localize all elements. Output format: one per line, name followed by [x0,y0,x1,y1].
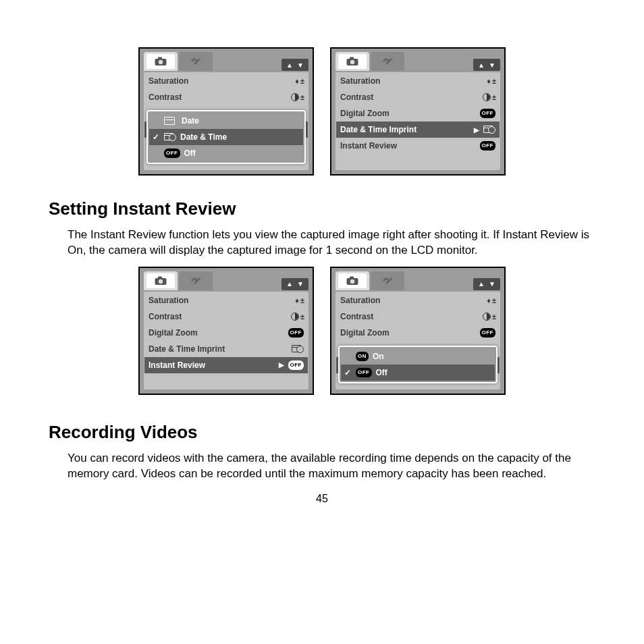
menu-row-date-time-imprint[interactable]: Date & Time Imprint ▶ [336,122,500,138]
menu-row-date-time-imprint[interactable]: Date & Time Imprint [144,341,308,357]
check-icon: ✓ [152,132,160,142]
menu-label: Contrast [340,92,483,102]
svg-rect-10 [350,276,354,279]
value-off-badge: OFF [288,360,304,370]
camera-menu-screen-instant-review-selected: ▲ ▼ Saturation ♦ ± Contrast ± Digital Zo… [138,267,314,395]
paragraph-instant-review: The Instant Review function lets you vie… [68,227,602,259]
popup-label: Date & Time [180,132,227,142]
menu-label: Contrast [340,312,483,321]
value-icon: ± [483,313,495,321]
camera-icon [346,276,358,286]
menu-label: Digital Zoom [340,109,480,118]
value-icon: ♦ ± [487,296,495,304]
down-arrow-icon: ▼ [489,61,495,69]
menu-label: Contrast [149,92,291,102]
top-screens-row: ▲ ▼ Saturation ♦ ± Contrast ± D D [42,47,602,176]
value-icon: ♦ ± [487,77,495,85]
menu-row-saturation[interactable]: Saturation ♦ ± [336,292,500,308]
menu-label: Saturation [340,296,487,305]
tab-strip: ▲ ▼ [144,271,308,290]
svg-rect-4 [350,57,354,60]
check-icon: ✓ [344,368,352,377]
menu-label: Digital Zoom [149,328,288,338]
tab-setup[interactable] [371,52,404,71]
value-icon: ± [291,93,304,101]
up-arrow-icon: ▲ [286,61,293,69]
tab-setup[interactable] [179,52,213,71]
popup-option-off[interactable]: ✓ OFF Off [341,365,495,381]
camera-menu-screen-date-selected: ▲ ▼ Saturation ♦ ± Contrast ± Digital Zo… [330,47,506,176]
menu-row-contrast[interactable]: Contrast ± [336,89,500,105]
tab-setup[interactable] [371,271,404,290]
value-icon: ± [483,93,495,101]
menu-row-contrast[interactable]: Contrast ± [144,89,308,105]
wrench-icon [381,276,394,286]
submenu-arrow-icon: ▶ [474,126,479,134]
menu-row-digital-zoom[interactable]: Digital Zoom OFF [336,325,500,341]
popup-option-off[interactable]: OFF Off [149,145,303,161]
menu-label: Contrast [149,312,291,321]
tab-camera[interactable] [336,52,369,71]
tab-camera[interactable] [144,271,178,290]
svg-point-2 [159,60,163,64]
svg-point-8 [159,279,163,284]
instant-review-popup: ON On ✓ OFF Off [338,346,498,383]
value-icon: ± [291,313,304,321]
menu-row-digital-zoom[interactable]: Digital Zoom OFF [336,105,500,122]
down-arrow-icon: ▼ [297,280,304,288]
tab-setup[interactable] [179,271,213,290]
value-datetime-icon [292,345,304,353]
menu-row-saturation[interactable]: Saturation ♦ ± [144,73,308,89]
menu-label: Saturation [149,76,295,86]
page-number: 45 [0,493,644,505]
manual-page: ▲ ▼ Saturation ♦ ± Contrast ± D D [0,0,644,517]
camera-menu-screen-date-popup: ▲ ▼ Saturation ♦ ± Contrast ± D D [138,47,314,176]
heading-recording-videos: Recording Videos [49,422,602,443]
heading-setting-instant-review: Setting Instant Review [49,198,602,219]
date-icon [164,117,175,125]
popup-option-datetime[interactable]: ✓ Date & Time [149,129,303,145]
menu-row-saturation[interactable]: Saturation ♦ ± [336,73,500,89]
svg-point-11 [350,279,354,284]
svg-point-5 [350,60,354,64]
menu-row-instant-review[interactable]: Instant Review OFF [336,138,500,154]
tab-strip: ▲ ▼ [144,52,308,71]
wrench-icon [381,57,394,66]
menu-body: Saturation ♦ ± Contrast ± Digital Zoom O… [144,292,308,390]
up-arrow-icon: ▲ [286,280,293,288]
up-arrow-icon: ▲ [478,280,485,288]
svg-rect-1 [158,57,162,60]
off-badge: OFF [164,149,180,158]
value-datetime-icon [483,126,495,134]
off-badge: OFF [356,368,372,377]
menu-body: Saturation ♦ ± Contrast ± Digital Zoom O… [336,72,500,170]
value-icon: ♦ ± [295,77,304,85]
menu-row-contrast[interactable]: Contrast ± [144,308,308,325]
menu-row-saturation[interactable]: Saturation ♦ ± [144,292,308,308]
menu-row-instant-review[interactable]: Instant Review ▶ OFF [144,357,308,373]
up-arrow-icon: ▲ [478,61,485,69]
svg-rect-7 [158,276,162,279]
date-imprint-popup: Date ✓ Date & Time OFF Off [146,110,306,164]
popup-option-on[interactable]: ON On [341,348,495,365]
popup-label: Date [182,116,199,126]
wrench-icon [190,276,202,286]
popup-option-date[interactable]: Date [149,113,303,129]
tab-camera[interactable] [144,52,178,71]
paragraph-recording-videos: You can record videos with the camera, t… [68,451,602,482]
value-off-badge: OFF [480,328,496,338]
scroll-indicator: ▲ ▼ [473,59,500,71]
menu-label: Digital Zoom [340,328,480,338]
tab-strip: ▲ ▼ [336,271,500,290]
menu-label: Saturation [149,296,295,305]
menu-label: Date & Time Imprint [149,344,292,354]
menu-row-contrast[interactable]: Contrast ± [336,308,500,325]
scroll-indicator: ▲ ▼ [281,278,308,290]
tab-camera[interactable] [336,271,369,290]
menu-row-digital-zoom[interactable]: Digital Zoom OFF [144,325,308,341]
camera-icon [346,57,358,66]
menu-label: Instant Review [340,141,480,151]
menu-body: Saturation ♦ ± Contrast ± Digital Zoom O… [336,292,500,390]
down-arrow-icon: ▼ [297,61,304,69]
down-arrow-icon: ▼ [489,280,495,288]
